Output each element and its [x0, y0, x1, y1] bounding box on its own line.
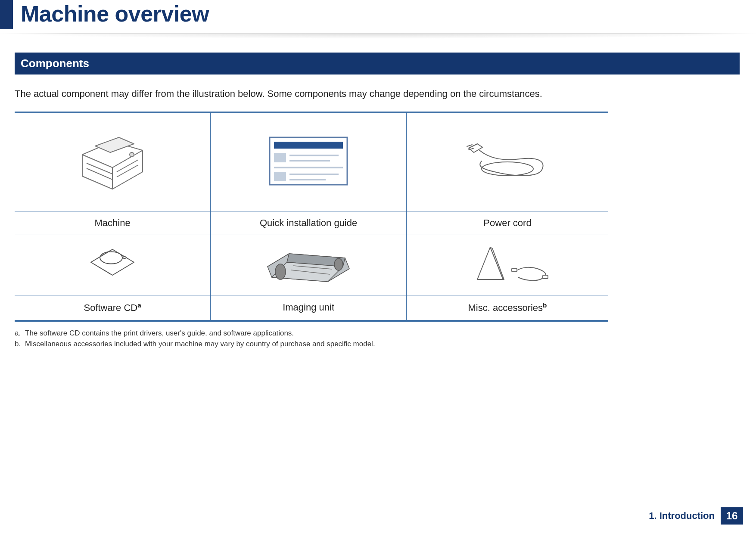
section-heading: Components	[15, 53, 740, 75]
footnotes: a. The software CD contains the print dr…	[15, 328, 740, 350]
header-divider	[0, 30, 756, 43]
component-label: Quick installation guide	[260, 217, 357, 228]
component-label: Imaging unit	[283, 302, 334, 313]
table-row: Software CDa Imaging unit Misc. accessor…	[15, 295, 608, 321]
imagingunit-icon	[259, 241, 358, 288]
component-label: Misc. accessories	[468, 303, 543, 314]
page-number: 16	[721, 507, 743, 525]
footnote-text: The software CD contains the print drive…	[25, 328, 294, 339]
footnote-marker: a	[137, 301, 141, 309]
svg-marker-31	[477, 247, 503, 279]
svg-point-21	[482, 162, 533, 176]
svg-marker-22	[91, 249, 134, 275]
page-title: Machine overview	[21, 0, 209, 25]
guide-icon	[261, 129, 356, 193]
footnote-a: a. The software CD contains the print dr…	[15, 328, 740, 339]
footnote-text: Miscellaneous accessories included with …	[25, 338, 375, 350]
printer-icon	[69, 120, 156, 202]
table-row: Machine Quick installation guide Power c…	[15, 211, 608, 235]
chapter-label: 1. Introduction	[649, 510, 715, 522]
svg-point-23	[123, 257, 126, 258]
svg-point-27	[275, 264, 286, 279]
svg-rect-34	[543, 275, 548, 279]
svg-point-28	[334, 258, 343, 270]
footnote-mark: b.	[15, 338, 25, 350]
cd-icon	[82, 243, 143, 286]
svg-line-19	[467, 145, 472, 146]
component-label: Software CD	[84, 303, 137, 314]
component-label: Machine	[95, 217, 131, 228]
intro-text: The actual component may differ from the…	[15, 87, 740, 100]
svg-rect-16	[274, 172, 286, 181]
svg-rect-11	[274, 142, 343, 149]
footnote-marker: b	[543, 301, 547, 309]
powercord-icon	[456, 135, 559, 187]
misc-icon	[460, 241, 555, 288]
svg-rect-12	[274, 153, 286, 162]
header-accent-tab	[0, 0, 13, 29]
footnote-mark: a.	[15, 328, 25, 339]
component-label: Power cord	[483, 217, 531, 228]
components-table: Machine Quick installation guide Power c…	[15, 112, 608, 322]
svg-rect-33	[512, 268, 517, 272]
svg-point-9	[130, 152, 134, 157]
footnote-b: b. Miscellaneous accessories included wi…	[15, 338, 740, 350]
